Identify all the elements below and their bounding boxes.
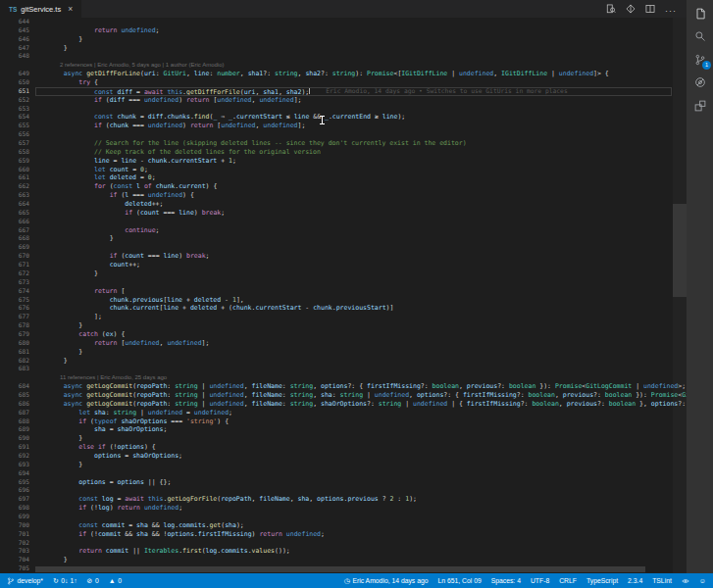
code-text[interactable] xyxy=(29,218,48,226)
line-number[interactable]: 667 xyxy=(0,226,29,235)
code-line[interactable]: 656 xyxy=(0,130,687,139)
vertical-scrollbar[interactable] xyxy=(673,18,687,573)
code-text[interactable]: continue; xyxy=(29,226,160,235)
code-line[interactable]: 650 try { xyxy=(0,78,687,87)
gitlens-button[interactable] xyxy=(626,4,636,14)
line-number[interactable]: 664 xyxy=(0,200,29,209)
code-line[interactable]: 687 let sha: string | undefined = undefi… xyxy=(0,409,687,417)
line-number[interactable]: 681 xyxy=(0,348,29,357)
code-text[interactable] xyxy=(29,469,48,478)
code-text[interactable]: else if (!options) { xyxy=(29,443,156,452)
code-text[interactable]: options = shaOrOptions; xyxy=(29,452,182,461)
line-number[interactable]: 690 xyxy=(0,434,29,443)
line-number[interactable]: 684 xyxy=(0,382,29,391)
code-line[interactable]: 697 const log = await this.getLogForFile… xyxy=(0,495,687,504)
code-line[interactable]: 693 } xyxy=(0,461,687,469)
code-line[interactable]: 694 xyxy=(0,469,687,478)
code-text[interactable]: } xyxy=(29,434,82,443)
code-text[interactable]: async getLogCommit(repoPath: string | un… xyxy=(29,382,686,391)
code-line[interactable]: 654 const chunk = diff.chunks.find(_ ⇒ _… xyxy=(0,113,687,122)
code-text[interactable]: try { xyxy=(29,78,98,87)
status-indentation[interactable]: Spaces: 4 xyxy=(491,577,521,584)
code-line[interactable]: 699 xyxy=(0,513,687,521)
status-sync-status[interactable]: ↻0↓ 1↑ xyxy=(53,577,77,585)
code-text[interactable] xyxy=(29,513,48,521)
line-number[interactable]: 646 xyxy=(0,35,29,44)
code-text[interactable]: ]; xyxy=(29,313,102,321)
code-text[interactable]: deleted++; xyxy=(29,200,163,209)
code-line[interactable]: 700 const commit = sha && log.commits.ge… xyxy=(0,521,687,530)
code-line[interactable]: 671 count++; xyxy=(0,261,687,270)
code-text[interactable] xyxy=(29,486,48,495)
line-number[interactable]: 692 xyxy=(0,452,29,461)
line-number[interactable]: 694 xyxy=(0,469,29,478)
status-eol[interactable]: CRLF xyxy=(559,577,577,584)
code-line[interactable]: 664 deleted++; xyxy=(0,200,687,209)
line-number[interactable]: 682 xyxy=(0,357,29,366)
line-number[interactable]: 658 xyxy=(0,148,29,157)
line-number[interactable]: 648 xyxy=(0,52,29,61)
code-line[interactable]: 660 let count = 0; xyxy=(0,166,687,174)
line-number[interactable]: 671 xyxy=(0,261,29,270)
code-line[interactable]: 661 let deleted = 0; xyxy=(0,173,687,182)
code-line[interactable]: 665 if (count === line) break; xyxy=(0,209,687,218)
line-number[interactable]: 655 xyxy=(0,122,29,130)
code-text[interactable]: options = options || {}; xyxy=(29,478,171,487)
code-text[interactable]: const chunk = diff.chunks.find(_ ⇒ _.cur… xyxy=(29,113,405,122)
line-number[interactable]: 647 xyxy=(0,44,29,53)
status-feedback-smiley[interactable]: ☺ xyxy=(699,577,706,584)
vertical-scrollbar-thumb[interactable] xyxy=(673,204,687,297)
code-text[interactable]: } xyxy=(29,348,82,357)
code-text[interactable]: let count = 0; xyxy=(29,166,148,174)
status-language-mode[interactable]: TypeScript xyxy=(586,577,618,584)
code-line[interactable]: 652 if (diff === undefined) return [unde… xyxy=(0,96,687,105)
status-gitlens-blame[interactable]: ◷Eric Amodio, 14 days ago xyxy=(344,577,429,585)
code-text[interactable]: } xyxy=(29,234,114,243)
line-number[interactable]: 689 xyxy=(0,425,29,434)
code-line[interactable]: 644 xyxy=(0,18,687,26)
code-line[interactable]: 685 async getLogCommit(repoPath: string … xyxy=(0,391,687,400)
status-typescript-version[interactable]: 2.3.4 xyxy=(628,577,642,584)
line-number[interactable]: 687 xyxy=(0,409,29,417)
codelens[interactable]: 11 references | Eric Amodio, 25 days ago xyxy=(0,373,687,382)
line-number[interactable]: 685 xyxy=(0,391,29,400)
activity-explorer[interactable] xyxy=(687,2,713,25)
more-actions-button[interactable]: ··· xyxy=(665,0,677,18)
code-line[interactable]: 663 if (l === undefined) { xyxy=(0,191,687,200)
code-text[interactable]: chunk.previous[line + deleted - 1], xyxy=(29,296,244,305)
code-text[interactable]: const commit = sha && log.commits.get(sh… xyxy=(29,521,244,530)
code-line[interactable]: 680 return [undefined, undefined]; xyxy=(0,339,687,348)
code-line[interactable]: 674 return [ xyxy=(0,287,687,296)
line-number[interactable]: 668 xyxy=(0,234,29,243)
code-text[interactable] xyxy=(29,52,48,61)
code-text[interactable]: // Keep track of the deleted lines for t… xyxy=(29,148,321,157)
line-number[interactable]: 693 xyxy=(0,461,29,469)
tab-gitservice[interactable]: TS gitService.ts × xyxy=(0,0,81,18)
code-text[interactable]: for (const l of chunk.current) { xyxy=(29,182,217,191)
line-number[interactable]: 679 xyxy=(0,330,29,339)
code-line[interactable]: 679 catch (ex) { xyxy=(0,330,687,339)
code-text[interactable] xyxy=(29,105,48,114)
code-text[interactable]: } xyxy=(29,556,68,564)
line-number[interactable]: 674 xyxy=(0,287,29,296)
code-line[interactable]: 668 } xyxy=(0,234,687,243)
line-number[interactable]: 701 xyxy=(0,530,29,539)
code-text[interactable]: let deleted = 0; xyxy=(29,173,156,182)
code-line[interactable]: 658 // Keep track of the deleted lines f… xyxy=(0,148,687,157)
line-number[interactable]: 653 xyxy=(0,105,29,114)
line-number[interactable]: 665 xyxy=(0,209,29,218)
line-number[interactable]: 652 xyxy=(0,96,29,105)
activity-source-control[interactable]: 1 xyxy=(687,48,713,72)
code-line[interactable]: 647 } xyxy=(0,44,687,53)
code-line[interactable]: 704 } xyxy=(0,556,687,564)
code-line[interactable]: 657 // Search for the line (skipping del… xyxy=(0,139,687,148)
line-number[interactable]: 705 xyxy=(0,564,29,573)
code-line[interactable]: 670 if (count === line) break; xyxy=(0,252,687,261)
line-number[interactable]: 680 xyxy=(0,339,29,348)
line-number[interactable]: 703 xyxy=(0,547,29,556)
code-text[interactable]: } xyxy=(29,461,82,469)
code-line[interactable]: 684 async getLogCommit(repoPath: string … xyxy=(0,382,687,391)
code-line[interactable]: 692 options = shaOrOptions; xyxy=(0,452,687,461)
split-editor-button[interactable] xyxy=(645,4,655,14)
code-text[interactable] xyxy=(29,365,48,373)
